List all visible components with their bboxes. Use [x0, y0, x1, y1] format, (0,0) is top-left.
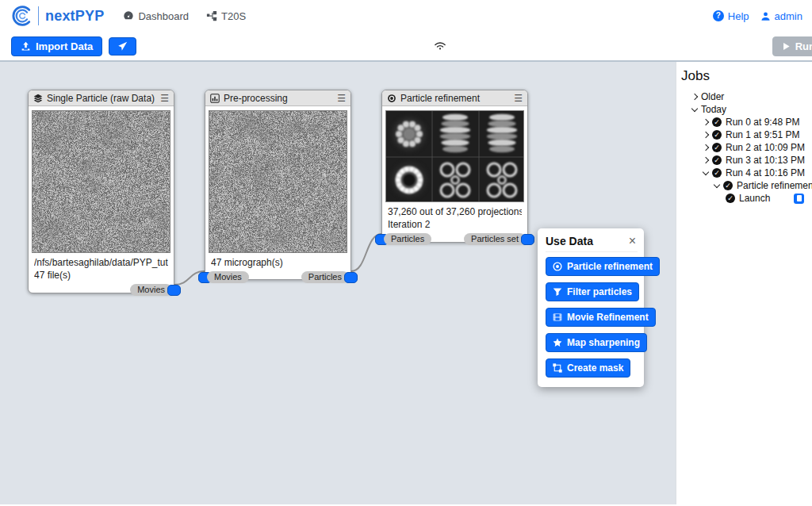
nav-dashboard-label: Dashboard: [138, 10, 189, 22]
jobs-tree-label: Today: [701, 104, 726, 115]
user-icon: [760, 11, 771, 21]
user-menu[interactable]: admin: [760, 10, 802, 22]
run-label: Run: [795, 40, 812, 52]
jobs-tree-label: Older: [701, 91, 724, 102]
jobs-tree-item[interactable]: Today: [681, 103, 809, 116]
micrograph-count: 47 micrograph(s): [211, 256, 345, 269]
chevron-down-icon[interactable]: [703, 168, 709, 174]
port-label: Particles: [301, 271, 349, 283]
import-data-label: Import Data: [36, 40, 93, 52]
block-single-particle[interactable]: Single Particle (raw Data) ☰ /nfs/bartes…: [28, 90, 174, 293]
input-port-movies[interactable]: Movies: [198, 271, 249, 283]
jobs-tree-label: Run 0 at 9:48 PM: [726, 117, 799, 128]
layers-icon: [33, 94, 43, 103]
block-particle-refinement[interactable]: Particle refinement ☰ 37,260 out of 37,2…: [381, 90, 528, 243]
popup-title: Use Data: [546, 235, 593, 247]
movie-refinement-button[interactable]: Movie Refinement: [546, 308, 656, 327]
close-icon[interactable]: ×: [627, 236, 638, 247]
iteration-label: Iteration 2: [388, 218, 522, 231]
block-title: Particle refinement: [400, 93, 480, 104]
top-navbar: nextPYP Dashboard T20S: [0, 0, 812, 32]
help-label: Help: [728, 10, 749, 22]
jobs-tree-label: Run 2 at 10:09 PM: [726, 142, 805, 153]
brand-divider: [38, 6, 39, 25]
check-icon: ✓: [723, 181, 733, 190]
button-label: Create mask: [567, 362, 623, 374]
jobs-tree-item[interactable]: ✓Run 4 at 10:16 PM: [681, 167, 809, 179]
port-label: Particles: [384, 233, 431, 245]
nav-project-label: T20S: [221, 10, 246, 22]
input-port-particles[interactable]: Particles: [375, 233, 431, 245]
particle-refinement-button[interactable]: Particle refinement: [546, 257, 660, 276]
chevron-right-icon[interactable]: [691, 94, 698, 100]
brand-name: nextPYP: [45, 8, 104, 25]
run-button[interactable]: Run: [772, 36, 812, 56]
port-label: Movies: [207, 271, 249, 283]
nav-project-t20s[interactable]: T20S: [206, 10, 246, 22]
button-label: Map sharpening: [567, 337, 640, 348]
output-port-particles-set[interactable]: Particles set: [464, 233, 534, 245]
jobs-tree-label: Run 3 at 10:13 PM: [726, 155, 805, 166]
chevron-right-icon[interactable]: [703, 132, 709, 138]
target-icon: [553, 262, 562, 271]
brand[interactable]: nextPYP: [11, 6, 104, 26]
file-count: 47 file(s): [34, 269, 168, 282]
chevron-right-icon[interactable]: [703, 119, 709, 125]
filter-icon: [553, 287, 562, 297]
nav-dashboard[interactable]: Dashboard: [123, 10, 189, 22]
map-sharpening-button[interactable]: Map sharpening: [546, 333, 647, 352]
block-menu-icon[interactable]: ☰: [337, 94, 346, 103]
block-pre-processing[interactable]: Pre-processing ☰ 47 micrograph(s) Movies…: [205, 90, 351, 280]
jobs-tree-item[interactable]: ✓Run 1 at 9:51 PM: [681, 128, 809, 141]
jobs-panel: Jobs OlderToday✓Run 0 at 9:48 PM✓Run 1 a…: [676, 62, 812, 504]
output-port-movies[interactable]: Movies: [130, 284, 181, 296]
jobs-tree-label: Run 4 at 10:16 PM: [726, 167, 805, 178]
block-header[interactable]: Particle refinement ☰: [382, 90, 527, 106]
block-menu-icon[interactable]: ☰: [160, 94, 169, 103]
target-icon: [387, 94, 396, 103]
block-header[interactable]: Pre-processing ☰: [205, 90, 350, 106]
filter-particles-button[interactable]: Filter particles: [546, 282, 639, 301]
help-link[interactable]: ? Help: [713, 10, 749, 22]
jobs-tree-item[interactable]: ✓Run 2 at 10:09 PM: [681, 141, 809, 154]
data-path: /nfs/bartesaghilab/data/PYP_tut...: [34, 256, 168, 269]
jobs-tree-item[interactable]: ✓Launch: [681, 192, 809, 205]
navigate-button[interactable]: [109, 37, 136, 56]
connector-dot[interactable]: [521, 234, 534, 245]
check-icon: ✓: [712, 143, 722, 152]
workflow-canvas[interactable]: Single Particle (raw Data) ☰ /nfs/bartes…: [0, 62, 676, 504]
block-menu-icon[interactable]: ☰: [514, 94, 523, 103]
jobs-tree-item[interactable]: ✓Particle refinement: [681, 179, 809, 192]
connection-status-icon: [433, 40, 447, 51]
block-title: Single Particle (raw Data): [47, 93, 155, 104]
check-icon: ✓: [712, 168, 722, 178]
connector-dot[interactable]: [344, 272, 358, 283]
jobs-tree-label: Launch: [739, 193, 770, 204]
film-icon: [553, 312, 562, 322]
block-header[interactable]: Single Particle (raw Data) ☰: [29, 90, 174, 106]
chevron-down-icon[interactable]: [714, 181, 720, 187]
jobs-tree-label: Run 1 at 9:51 PM: [726, 129, 799, 140]
import-data-button[interactable]: Import Data: [11, 36, 102, 56]
chevron-right-icon[interactable]: [703, 157, 709, 163]
check-icon: ✓: [712, 130, 722, 140]
check-icon: ✓: [712, 117, 722, 127]
port-label: Particles set: [464, 233, 526, 245]
upload-icon: [21, 41, 31, 52]
jobs-tree-item[interactable]: ✓Run 0 at 9:48 PM: [681, 116, 809, 128]
chevron-down-icon[interactable]: [691, 105, 698, 111]
chevron-right-icon[interactable]: [703, 144, 709, 151]
mask-icon: [553, 363, 562, 373]
class-averages-preview[interactable]: [385, 110, 524, 202]
send-icon: [117, 41, 128, 52]
create-mask-button[interactable]: Create mask: [546, 358, 630, 378]
file-badge-icon[interactable]: [794, 194, 804, 204]
toolbar: Import Data Run: [0, 32, 812, 62]
jobs-tree-item[interactable]: Older: [681, 90, 809, 103]
connector-dot[interactable]: [167, 285, 181, 296]
micrograph-preview[interactable]: [32, 110, 170, 253]
micrograph-preview[interactable]: [209, 110, 347, 253]
output-port-particles[interactable]: Particles: [301, 271, 358, 283]
jobs-tree-item[interactable]: ✓Run 3 at 10:13 PM: [681, 154, 809, 167]
block-title: Pre-processing: [224, 93, 288, 104]
